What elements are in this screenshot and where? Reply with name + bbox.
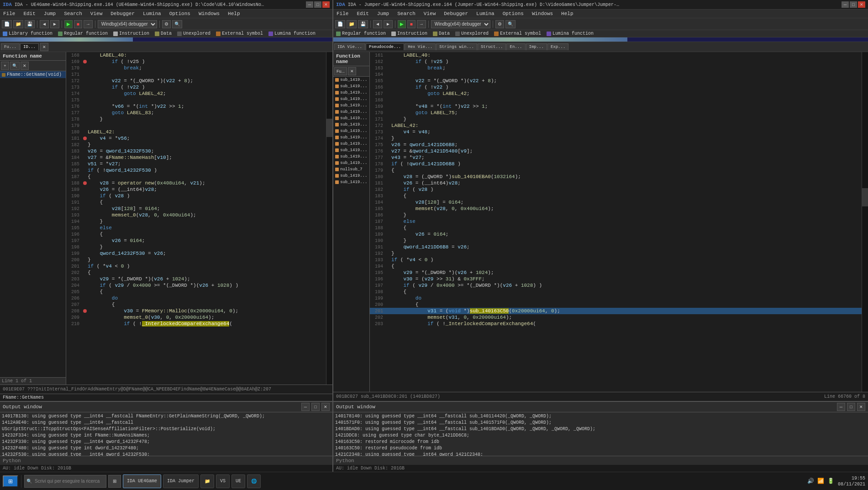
minimap-thumb-left[interactable]	[326, 119, 332, 137]
fn-item-r5[interactable]: sub_1419...	[333, 102, 369, 109]
fn-item-r9[interactable]: sub_1419...	[333, 128, 369, 134]
sidebar-add-btn[interactable]: +	[1, 62, 9, 70]
fn-item-r11[interactable]: sub_1419...	[333, 141, 369, 147]
fn-item-r14[interactable]: sub_1419...	[333, 160, 369, 166]
toolbar-save-left[interactable]: 💾	[25, 20, 35, 28]
maximize-btn-right[interactable]: □	[850, 1, 857, 8]
toolbar-step-right[interactable]: →	[417, 20, 426, 28]
taskbar-item-vs[interactable]: VS	[216, 474, 230, 488]
tab-ida-view-right[interactable]: IDA Vie...	[334, 43, 365, 50]
toolbar-fwd-right[interactable]: ►	[384, 20, 393, 28]
toolbar-back-right[interactable]: ◄	[373, 20, 382, 28]
menu-file-right[interactable]: File	[335, 11, 350, 17]
tab-close-left[interactable]: ✕	[40, 43, 48, 51]
tab-id-left[interactable]: ID...	[20, 43, 39, 50]
toolbar-run-left[interactable]: ▶	[64, 20, 73, 28]
tab-exp-right[interactable]: Exp...	[547, 43, 568, 50]
right-output-minimize[interactable]: ─	[837, 403, 845, 411]
fn-item-r3[interactable]: sub_1419...	[333, 90, 369, 96]
toolbar-step-left[interactable]: →	[84, 20, 93, 28]
tab-hex-right[interactable]: Hex Vie...	[405, 43, 436, 50]
sidebar-search-btn[interactable]: 🔍	[10, 62, 20, 70]
taskbar-item-chrome[interactable]: 🌐	[247, 474, 261, 488]
fn-item-r2[interactable]: sub_1419...	[333, 83, 369, 90]
left-output-minimize[interactable]: ─	[301, 403, 310, 411]
sidebar-btn-r1[interactable]: Fu...	[334, 67, 347, 75]
fn-item-r16[interactable]: sub_1419...	[333, 173, 369, 179]
taskbar-item-ida-right[interactable]: IDA Jumper	[163, 474, 199, 488]
taskbar-search[interactable]: 🔍 Scrivi qui per eseguire la ricerca	[24, 475, 106, 488]
menu-search-right[interactable]: Search	[396, 11, 417, 17]
taskbar-item-explorer[interactable]: 📁	[200, 474, 214, 488]
function-item-selected[interactable]: FName::GetName(void)	[0, 71, 66, 78]
toolbar-save-right[interactable]: 💾	[358, 20, 368, 28]
debugger-dropdown-right[interactable]: Windbg(x64) debugger	[431, 20, 490, 28]
menu-jump-left[interactable]: Jump	[42, 11, 57, 17]
toolbar-open-left[interactable]: 📁	[13, 20, 23, 28]
toolbar-extra2[interactable]: 🔍	[172, 20, 182, 28]
close-btn-right[interactable]: ✕	[858, 1, 865, 8]
taskbar-item-unreal[interactable]: UE	[231, 474, 245, 488]
menu-debugger-right[interactable]: Debugger	[442, 11, 469, 17]
menu-view-right[interactable]: View	[422, 11, 437, 17]
right-minimap[interactable]	[862, 52, 868, 392]
fn-item-r1[interactable]: sub_1419...	[333, 77, 369, 83]
menu-edit-left[interactable]: Edit	[22, 11, 37, 17]
code-view-right[interactable]: 161 LABEL_40: 162 if ( !v25 )	[370, 52, 862, 392]
toolbar-run-right[interactable]: ▶	[398, 20, 406, 28]
minimize-btn-right[interactable]: ─	[842, 1, 849, 8]
fn-item-r12[interactable]: sub_1419...	[333, 147, 369, 153]
toolbar-fwd-left[interactable]: ►	[50, 20, 59, 28]
toolbar-open-right[interactable]: 📁	[347, 20, 357, 28]
maximize-btn-left[interactable]: □	[314, 1, 321, 8]
menu-debugger-left[interactable]: Debugger	[109, 11, 136, 17]
tab-en-right[interactable]: En...	[506, 43, 525, 50]
toolbar-new-left[interactable]: 📄	[2, 20, 12, 28]
tab-fu-left[interactable]: Fu...	[1, 43, 20, 50]
tab-imp-right[interactable]: Imp...	[526, 43, 547, 50]
tab-struct-right[interactable]: Struct...	[478, 43, 506, 50]
toolbar-back-left[interactable]: ◄	[40, 20, 49, 28]
right-output-maximize[interactable]: □	[847, 403, 855, 411]
menu-jump-right[interactable]: Jump	[376, 11, 390, 17]
tab-strings-right[interactable]: Strings win...	[436, 43, 477, 50]
tab-pseudo-right[interactable]: Pseudocode...	[366, 43, 404, 50]
code-view-left[interactable]: 168 LABEL_40: 169 if ( !v25 )	[66, 52, 326, 385]
start-button[interactable]: ⊞	[3, 475, 18, 487]
fn-item-r15[interactable]: nullsub_7	[333, 166, 369, 173]
fn-item-r13[interactable]: sub_1419...	[333, 153, 369, 160]
left-minimap[interactable]	[326, 52, 332, 385]
menu-view-left[interactable]: View	[89, 11, 104, 17]
minimap-thumb-right[interactable]	[862, 188, 868, 206]
left-output-content[interactable]: 14017B130: using guessed type __int64 __…	[0, 412, 332, 456]
menu-lumina-left[interactable]: Lumina	[142, 11, 163, 17]
taskbar-view-btn[interactable]: ⊞	[108, 475, 121, 488]
right-output-content[interactable]: 140178140: using guessed type __int64 __…	[333, 412, 868, 456]
menu-windows-left[interactable]: Windows	[197, 11, 221, 17]
fn-item-r10[interactable]: sub_1419...	[333, 134, 369, 141]
fn-item-r17[interactable]: sub_1419...	[333, 179, 369, 185]
minimize-btn-left[interactable]: ─	[306, 1, 313, 8]
fn-item-r4[interactable]: sub_1419...	[333, 96, 369, 102]
menu-edit-right[interactable]: Edit	[355, 11, 370, 17]
menu-windows-right[interactable]: Windows	[531, 11, 554, 17]
right-output-close[interactable]: ✕	[857, 403, 865, 411]
menu-help-right[interactable]: Help	[560, 11, 574, 17]
sidebar-btn-r2[interactable]: ✕	[348, 67, 356, 75]
menu-options-right[interactable]: Options	[501, 11, 525, 17]
left-output-close[interactable]: ✕	[321, 403, 330, 411]
toolbar-extra1[interactable]: ⚙	[162, 20, 171, 28]
toolbar-extra-r1[interactable]: ⚙	[495, 20, 504, 28]
menu-search-left[interactable]: Search	[63, 11, 84, 17]
toolbar-stop-left[interactable]: ■	[74, 20, 82, 28]
taskbar-item-ida-left[interactable]: IDA UE4Game	[123, 474, 161, 488]
sidebar-close-btn[interactable]: ✕	[21, 62, 29, 70]
close-btn-left[interactable]: ✕	[322, 1, 330, 8]
toolbar-stop-right[interactable]: ■	[407, 20, 416, 28]
left-output-maximize[interactable]: □	[311, 403, 320, 411]
fn-item-r7[interactable]: sub_1419...	[333, 115, 369, 121]
toolbar-extra-r2[interactable]: 🔍	[505, 20, 516, 28]
menu-help-left[interactable]: Help	[226, 11, 241, 17]
toolbar-new-right[interactable]: 📄	[335, 20, 345, 28]
fn-item-r6[interactable]: sub_1419...	[333, 109, 369, 115]
